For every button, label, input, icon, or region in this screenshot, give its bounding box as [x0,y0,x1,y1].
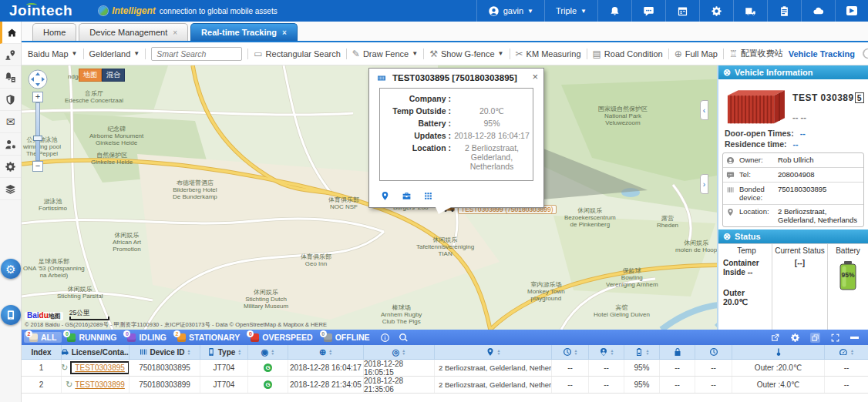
info-icon[interactable] [380,333,390,343]
minimize-icon[interactable] [850,337,859,339]
gear-icon[interactable] [790,333,800,343]
col-update-time[interactable]: ⊕▲▼ [288,345,364,359]
filter-offline[interactable]: 0OFFLINE [318,332,375,343]
sort-icon[interactable]: ▲▼ [237,349,241,356]
license-link[interactable]: TEST0303899 [75,380,125,389]
sort-icon[interactable]: ▲▼ [646,349,650,356]
vehicle-info-header[interactable]: ⊗ Vehicle Information [718,65,868,79]
map-pan-control[interactable] [28,69,48,89]
notifications-button[interactable] [597,0,631,22]
tab-home[interactable]: Home [32,23,76,41]
col-battery[interactable]: ▲▼ [624,345,660,359]
panel-collapse-handle-bottom[interactable]: › [700,174,708,194]
sort-icon[interactable]: ▲▼ [850,349,854,356]
col-lock[interactable] [660,345,695,359]
table-row[interactable]: 2 ↻TEST0303899 750180303899 JT704 G 2018… [22,377,868,394]
cell-type: JT704 [200,360,248,376]
schedule-button[interactable] [665,0,699,22]
toolbox-icon[interactable] [402,191,412,201]
sort-icon[interactable]: ▲▼ [611,349,614,356]
tab-real-time-tracking[interactable]: Real-time Tracking× [190,23,298,41]
filter-running[interactable]: 0RUNNING [62,332,122,343]
col-driver[interactable]: ▲▼ [589,345,624,359]
col-receive-time[interactable]: ◎▲▼ [364,345,435,359]
filter-stationary[interactable]: 2STATIONARY [172,332,245,343]
region-select[interactable]: Gelderland▼ [89,49,140,59]
col-gps-status[interactable]: ◉▲▼ [248,345,288,359]
col-duration[interactable]: ▲▼ [552,345,589,359]
smart-search-input[interactable] [151,47,242,61]
filter-idling[interactable]: 0IDLING [122,332,172,343]
sidebar-item-alarms[interactable] [0,66,21,89]
quick-settings-fab[interactable]: ⚙ [1,259,21,279]
vehicle-tracking-toggle[interactable] [863,49,868,59]
zoom-knob[interactable] [33,136,42,141]
sidebar-item-tracking[interactable] [0,44,21,66]
show-gfence-button[interactable]: ⚒Show G-fence▼ [429,49,503,59]
sort-icon[interactable]: ▲▼ [497,349,501,356]
account-menu[interactable]: Triple▼ [544,0,597,22]
clock-icon [563,347,572,357]
filter-all[interactable]: 2ALL [24,332,62,343]
col-temperature[interactable] [732,345,825,359]
cloud-button[interactable] [801,0,835,22]
messages-button[interactable] [631,0,665,22]
rectangular-search-button[interactable]: ▭Rectangular Search [254,49,341,59]
sidebar-item-devices[interactable] [0,156,21,178]
panel-collapse-handle-top[interactable]: ‹ [700,100,708,120]
col-index[interactable]: Index [22,345,62,359]
tab-device-management[interactable]: Device Management× [79,23,188,41]
sidebar-item-messages[interactable]: ✉ [0,111,21,133]
cell-device-id: 750180303899 [130,377,200,393]
table-row[interactable]: 1 ↻TEST0303895 750180303895 JT704 G 2018… [22,360,868,377]
settings-button[interactable] [699,0,733,22]
user-menu[interactable]: gavin▼ [476,0,544,22]
sidebar-item-security[interactable] [0,89,21,111]
windows-layout-icon[interactable] [810,333,820,343]
report-button[interactable] [767,0,801,22]
map-hybrid-button[interactable]: 混合 [102,69,125,82]
fullscreen-icon[interactable] [830,333,840,343]
video-button[interactable]: ▶ [835,0,868,22]
col-type[interactable]: Type▲▼ [200,345,248,359]
sidebar-item-home[interactable] [0,22,21,44]
license-link[interactable]: TEST0303895 [70,361,130,374]
toll-station-button[interactable]: ♖配置收费站 [729,48,783,59]
locate-pin-icon[interactable] [380,191,390,201]
col-speed[interactable]: ▲▼ [825,345,868,359]
map-type-button[interactable]: 地图 [79,69,102,82]
search-icon[interactable] [399,333,409,343]
sort-icon[interactable]: ▲▼ [271,349,274,356]
status-header[interactable]: ⊗ Status [718,229,868,243]
close-icon[interactable]: × [282,28,287,37]
filter-overspeed[interactable]: 0OVERSPEED [245,332,318,343]
sidebar-item-layers[interactable] [0,178,21,200]
fleet-button[interactable] [733,0,767,22]
sidebar-item-users[interactable] [0,133,21,156]
mobile-app-fab[interactable] [1,305,21,325]
sort-icon[interactable]: ▲▼ [187,349,191,356]
sort-icon[interactable]: ▲▼ [402,349,405,356]
col-time2[interactable] [695,345,732,359]
map-provider-select[interactable]: Baidu Map▼ [28,49,78,59]
zoom-track[interactable] [35,102,40,161]
road-condition-button[interactable]: ▤Road Condition [593,49,663,59]
collapse-circle-icon[interactable]: ⊗ [723,68,731,77]
map-zoom-slider[interactable]: + − [32,92,43,172]
col-license[interactable]: License/Conta... [62,345,130,359]
draw-fence-button[interactable]: ✎Draw Fence▼ [352,49,418,59]
more-actions-icon[interactable] [423,191,433,201]
col-location[interactable]: ▲▼ [435,345,552,359]
close-icon[interactable]: × [532,71,538,82]
close-icon[interactable]: × [173,28,177,37]
sort-icon[interactable]: ▲▼ [574,349,578,356]
zoom-in-button[interactable]: + [32,92,43,102]
col-device-id[interactable]: Device ID▲▼ [130,345,200,359]
zoom-out-button[interactable]: − [32,161,43,172]
cell-driver: -- [589,377,624,393]
sort-icon[interactable]: ▲▼ [328,349,332,356]
open-external-icon[interactable] [770,333,780,343]
km-measuring-button[interactable]: ✂KM Measuring [516,49,581,59]
collapse-circle-icon[interactable]: ⊗ [723,232,731,241]
full-map-button[interactable]: ⊕Full Map [675,49,718,59]
